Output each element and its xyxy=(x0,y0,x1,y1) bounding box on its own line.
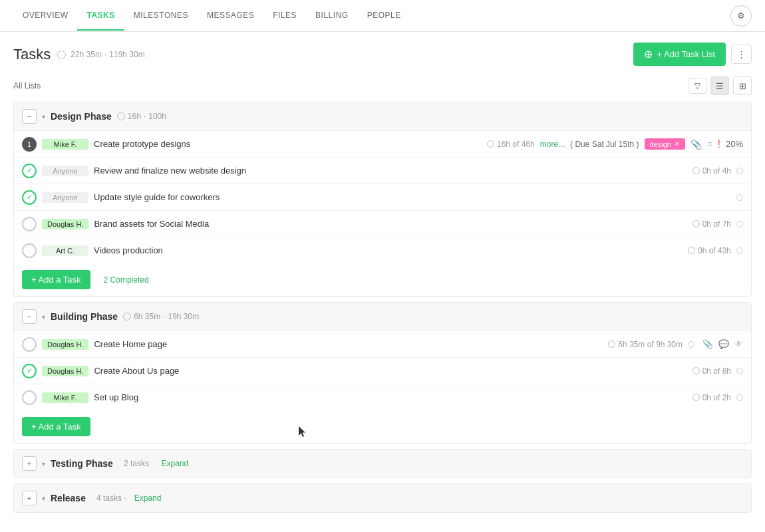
building-phase-collapse-button[interactable]: − xyxy=(22,309,37,324)
design-phase-header: − ▾ Design Phase 16h · 100h xyxy=(14,102,751,130)
nav-item-people[interactable]: PEOPLE xyxy=(358,1,410,31)
task-number-badge: 1 xyxy=(22,137,37,152)
nav-item-tasks[interactable]: TASKS xyxy=(77,1,124,31)
building-phase-time: 6h 35m · 19h 30m xyxy=(123,312,199,321)
task-time: 16h of 46h xyxy=(487,140,535,149)
nav-item-billing[interactable]: BILLING xyxy=(306,1,358,31)
bp-task-name-3: Set up Blog xyxy=(94,392,687,402)
page-title: Tasks xyxy=(13,46,51,63)
bp-task-time-3: 0h of 2h xyxy=(692,393,731,402)
task-assignee-5[interactable]: Art C. xyxy=(42,245,88,256)
task-assignee-3[interactable]: Anyone xyxy=(42,192,88,203)
task-time-5: 0h of 43h xyxy=(688,246,731,255)
release-title: Release xyxy=(51,493,86,503)
grid-view-button[interactable]: ⊞ xyxy=(733,76,752,95)
bp-task-check-3[interactable] xyxy=(22,390,37,405)
task-assignee[interactable]: Mike F. xyxy=(42,139,88,150)
task-dot-2[interactable] xyxy=(736,168,743,174)
testing-phase-section: + ▾ Testing Phase 2 tasks · Expand xyxy=(13,449,752,478)
clock-icon-t1 xyxy=(487,140,494,148)
eye-icon-bp1[interactable]: 👁 xyxy=(734,339,743,349)
nav-item-messages[interactable]: MESSAGES xyxy=(198,1,263,31)
add-task-button-design[interactable]: + Add a Task xyxy=(22,270,90,289)
top-nav: OVERVIEW TASKS MILESTONES MESSAGES FILES… xyxy=(0,0,765,32)
tag-close-icon[interactable]: ✕ xyxy=(674,140,680,148)
task-check-3[interactable] xyxy=(22,190,37,205)
clock-icon-bp1 xyxy=(608,340,615,348)
due-date: ( Due Sat Jul 15th ) xyxy=(570,140,639,149)
task-row: Anyone Update style guide for coworkers xyxy=(14,184,751,210)
clip-icon-bp1[interactable]: 📎 xyxy=(702,339,713,349)
clock-icon-bp xyxy=(123,313,131,321)
plus-icon: ⊕ xyxy=(644,48,653,61)
building-phase-title: Building Phase xyxy=(51,311,118,322)
nav-item-overview[interactable]: OVERVIEW xyxy=(13,1,77,31)
add-task-list-button[interactable]: ⊕ + Add Task List xyxy=(633,43,726,66)
filter-icon: ▽ xyxy=(694,81,700,90)
settings-gear-icon[interactable]: ⚙ xyxy=(730,5,752,27)
bp-task-dot-1[interactable] xyxy=(688,341,694,348)
release-count: 4 tasks · xyxy=(96,493,126,503)
bp-task-dot-3[interactable] xyxy=(736,394,743,401)
task-row: Anyone Review and finalize new website d… xyxy=(14,157,751,184)
task-name-2: Review and finalize new website design xyxy=(94,166,687,176)
list-view-button[interactable]: ☰ xyxy=(710,76,729,95)
list-icon[interactable]: ≡ xyxy=(707,139,712,149)
bp-task-dot-2[interactable] xyxy=(736,368,743,374)
completed-count[interactable]: 2 Completed xyxy=(104,275,149,285)
task-assignee-4[interactable]: Douglas H. xyxy=(42,219,88,229)
design-tag[interactable]: design ✕ xyxy=(645,138,685,150)
bp-task-name-2: Create About Us page xyxy=(94,366,687,376)
task-check-5[interactable] xyxy=(22,243,37,258)
bp-task-time-1: 6h 35m of 9h 30m xyxy=(608,340,683,349)
priority-icon[interactable]: ! xyxy=(718,138,720,150)
add-task-button-building[interactable]: + Add a Task xyxy=(22,417,90,436)
testing-phase-title: Testing Phase xyxy=(51,458,113,469)
clock-icon-2 xyxy=(117,112,125,120)
release-header: + ▾ Release 4 tasks · Expand xyxy=(14,484,751,512)
task-check-2[interactable] xyxy=(22,164,37,178)
bp-task-assignee-3[interactable]: Mike F. xyxy=(42,392,88,403)
design-phase-collapse-button[interactable]: − xyxy=(22,109,37,124)
bp-task-check-1[interactable] xyxy=(22,337,37,352)
task-time-4: 0h of 7h xyxy=(692,219,731,229)
nav-item-milestones[interactable]: MILESTONES xyxy=(124,1,198,31)
task-assignee-2[interactable]: Anyone xyxy=(42,166,88,176)
clip-icon[interactable]: 📎 xyxy=(690,139,702,150)
task-progress: 20% xyxy=(726,139,743,149)
release-expand-link[interactable]: Expand xyxy=(134,493,162,503)
nav-item-files[interactable]: FILES xyxy=(263,1,306,31)
task-row: Art C. Videos production 0h of 43h xyxy=(14,237,751,263)
testing-phase-header: + ▾ Testing Phase 2 tasks · Expand xyxy=(14,450,751,477)
bp-task-assignee-2[interactable]: Douglas H. xyxy=(42,366,88,376)
release-chevron[interactable]: ▾ xyxy=(42,495,45,502)
task-row: Douglas H. Create Home page 6h 35m of 9h… xyxy=(14,331,751,357)
comment-icon-bp1[interactable]: 💬 xyxy=(718,339,729,349)
testing-phase-expand-button[interactable]: + xyxy=(22,456,37,471)
design-phase-section: − ▾ Design Phase 16h · 100h 1 Mike F. Cr… xyxy=(13,102,752,297)
bp-task-check-2[interactable] xyxy=(22,364,37,378)
add-task-row-bp: + Add a Task xyxy=(14,410,751,443)
filter-button[interactable]: ▽ xyxy=(688,78,706,94)
testing-phase-chevron[interactable]: ▾ xyxy=(42,460,45,467)
design-phase-title: Design Phase xyxy=(51,111,112,122)
bp-task-assignee-1[interactable]: Douglas H. xyxy=(42,339,88,350)
release-expand-button[interactable]: + xyxy=(22,491,37,505)
task-dot-5[interactable] xyxy=(736,247,743,254)
more-options-button[interactable]: ⋮ xyxy=(731,45,752,64)
building-phase-chevron[interactable]: ▾ xyxy=(42,313,45,321)
task-dot-4[interactable] xyxy=(736,221,743,227)
page-time-meta: 22h 35m · 119h 30m xyxy=(57,50,144,59)
page-header: Tasks 22h 35m · 119h 30m ⊕ + Add Task Li… xyxy=(0,32,765,72)
design-phase-chevron[interactable]: ▾ xyxy=(42,113,45,120)
task-check-4[interactable] xyxy=(22,217,37,231)
clock-icon-t2 xyxy=(692,167,700,174)
clock-icon-t5 xyxy=(688,247,695,254)
design-phase-time: 16h · 100h xyxy=(117,112,166,121)
more-link[interactable]: more... xyxy=(540,140,565,149)
testing-phase-expand-link[interactable]: Expand xyxy=(162,459,189,468)
task-name-3: Update style guide for coworkers xyxy=(94,192,731,202)
task-dot-3[interactable] xyxy=(736,194,743,201)
clock-icon-t4 xyxy=(692,220,700,227)
task-time-2: 0h of 4h xyxy=(692,166,731,176)
